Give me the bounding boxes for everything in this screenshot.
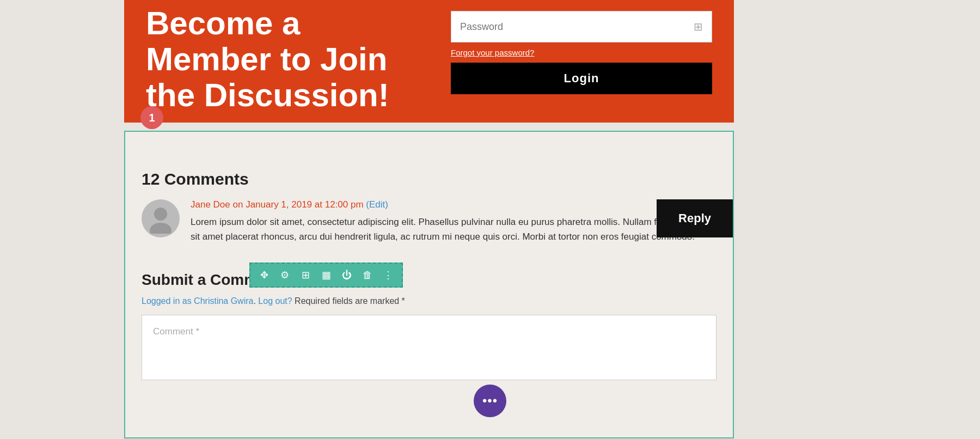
badge-count: 1 <box>140 106 163 129</box>
more-options-icon[interactable]: ⋮ <box>379 266 397 284</box>
comment-item: Jane Doe on January 1, 2019 at 12:00 pm … <box>142 199 716 244</box>
delete-icon[interactable]: 🗑 <box>358 266 377 284</box>
block-toolbar: ✥ ⚙ ⊞ ▦ ⏻ 🗑 ⋮ <box>249 263 403 288</box>
submit-meta: Logged in as Christina Gwira. Log out? R… <box>142 296 716 306</box>
comment-body: Jane Doe on January 1, 2019 at 12:00 pm … <box>191 199 716 244</box>
move-icon[interactable]: ✥ <box>255 266 273 284</box>
login-button[interactable]: Login <box>451 63 712 94</box>
password-visibility-icon: ⊞ <box>694 20 703 33</box>
password-input[interactable] <box>460 21 678 33</box>
password-field-container[interactable]: ⊞ <box>451 11 712 42</box>
comments-section: ✥ ⚙ ⊞ ▦ ⏻ 🗑 ⋮ 12 Comments Jane Doe on Ja… <box>124 131 734 438</box>
fab-dots-icon: ••• <box>482 393 498 408</box>
comment-edit-link[interactable]: (Edit) <box>366 199 388 210</box>
columns-icon[interactable]: ▦ <box>317 266 335 284</box>
comment-input-area[interactable]: Comment * <box>142 315 716 380</box>
required-text: Required fields are marked * <box>295 296 405 306</box>
fab-button[interactable]: ••• <box>474 385 506 417</box>
comment-date: on January 1, 2019 at 12:00 pm <box>233 199 364 210</box>
banner-text: Become aMember to Jointhe Discussion! <box>146 5 389 113</box>
power-icon[interactable]: ⏻ <box>338 266 356 284</box>
comment-author: Jane Doe <box>191 199 230 210</box>
comments-title: 12 Comments <box>142 170 716 188</box>
logout-link[interactable]: Log out? <box>258 296 292 306</box>
duplicate-icon[interactable]: ⊞ <box>296 266 315 284</box>
svg-point-0 <box>154 208 167 221</box>
login-form: ⊞ Forgot your password? Login <box>451 5 712 94</box>
reply-button[interactable]: Reply <box>657 199 733 237</box>
comment-meta: Jane Doe on January 1, 2019 at 12:00 pm … <box>191 199 716 210</box>
logged-in-link[interactable]: Logged in as Christina Gwira <box>142 296 253 306</box>
avatar <box>142 199 180 237</box>
comment-placeholder: Comment * <box>153 326 199 337</box>
settings-icon[interactable]: ⚙ <box>275 266 294 284</box>
svg-point-1 <box>150 223 171 234</box>
forgot-password-link[interactable]: Forgot your password? <box>451 48 712 57</box>
submit-section: Submit a Comment Logged in as Christina … <box>142 266 716 380</box>
comment-text: Lorem ipsum dolor sit amet, consectetur … <box>191 215 716 244</box>
submit-comment-title: Submit a Comment <box>142 271 716 289</box>
orange-banner: Become aMember to Jointhe Discussion! ⊞ … <box>124 0 734 123</box>
